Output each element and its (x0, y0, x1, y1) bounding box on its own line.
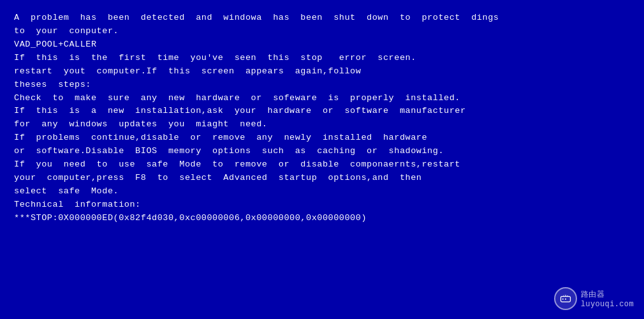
watermark-subtext: luyouqi.com (581, 300, 634, 309)
bsod-content: A problem has been detected and windowa … (14, 11, 630, 225)
watermark-label: 路由器 luyouqi.com (581, 289, 634, 309)
watermark-text: 路由器 (581, 289, 634, 300)
watermark: 路由器 luyouqi.com (554, 287, 634, 310)
watermark-icon (554, 287, 577, 310)
svg-point-2 (565, 299, 566, 300)
bsod-screen: A problem has been detected and windowa … (0, 0, 644, 319)
svg-point-1 (562, 299, 564, 300)
router-icon (559, 292, 572, 305)
